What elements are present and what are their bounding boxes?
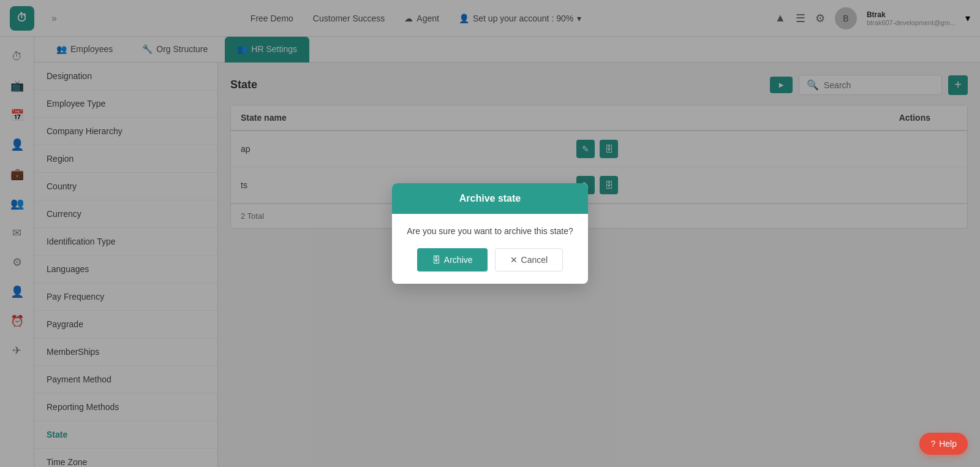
help-button[interactable]: ? Help <box>919 433 968 455</box>
help-icon: ? <box>930 439 935 449</box>
modal-actions: 🗄 Archive ✕ Cancel <box>392 248 588 284</box>
archive-modal: Archive state Are you sure you want to a… <box>392 183 588 284</box>
modal-body: Are you sure you want to archive this st… <box>392 214 588 248</box>
modal-overlay[interactable]: Archive state Are you sure you want to a… <box>0 0 980 467</box>
modal-cancel-button[interactable]: ✕ Cancel <box>495 248 564 271</box>
archive-icon: 🗄 <box>432 255 440 265</box>
modal-archive-button[interactable]: 🗄 Archive <box>417 248 488 271</box>
modal-header: Archive state <box>392 183 588 214</box>
close-icon: ✕ <box>510 255 518 265</box>
